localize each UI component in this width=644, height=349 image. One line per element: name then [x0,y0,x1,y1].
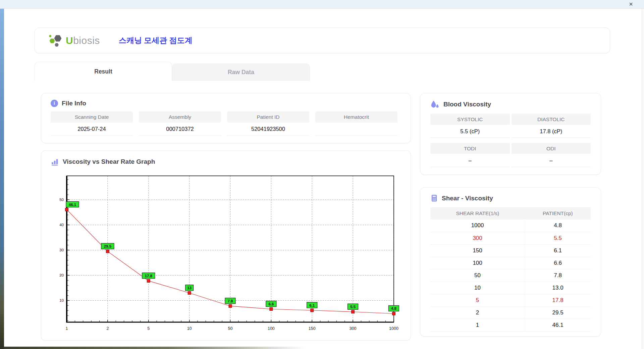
shear-viscosity-header: Shear - Viscosity [430,194,591,202]
brand-letter-u: U [66,35,73,46]
calculator-icon [430,194,438,202]
ubiosis-logo: Ubiosis [48,34,100,48]
shear-table-row: 3005.5 [430,232,591,244]
blood-viscosity-group: SYSTOLICDIASTOLIC5.5 (cP)17.8 (cP) [430,114,591,138]
file-field-scanning-date: Scanning Date2025-07-24 [51,111,133,136]
shear-table-row: 1006.6 [430,257,591,269]
right-column: Blood Viscosity SYSTOLICDIASTOLIC5.5 (cP… [420,93,601,337]
brand-rest: biosis [73,35,100,46]
bv-label-odi: ODI [512,143,591,154]
viscosity-chart-svg: 12510501001503001000102030405046.129.517… [51,172,402,334]
svg-text:1: 1 [66,326,68,331]
graph-title: Viscosity vs Shear Rate Graph [63,158,155,165]
shear-table-header-row: SHEAR RATE(1/s)PATIENT(cp) [430,207,591,219]
blood-viscosity-header: Blood Viscosity [430,100,591,109]
shear-table-row: 507.8 [430,269,591,282]
svg-text:150: 150 [309,326,316,331]
file-info-fields: Scanning Date2025-07-24Assembly000710372… [51,111,401,136]
field-value [315,122,397,136]
shear-viscosity-table: SHEAR RATE(1/s)PATIENT(cp) 10004.83005.5… [430,207,591,332]
graph-header: Viscosity vs Shear Rate Graph [51,157,401,166]
shear-viscosity-title: Shear - Viscosity [442,195,493,202]
svg-text:2: 2 [106,326,109,331]
blood-viscosity-card: Blood Viscosity SYSTOLICDIASTOLIC5.5 (cP… [420,93,601,175]
bv-label-diastolic: DIASTOLIC [512,114,591,125]
screen: × Ubiosis 스캐닝 모세관 점도계 Result Raw Da [0,0,644,349]
window-edge-right [642,9,644,349]
svg-text:17.8: 17.8 [145,274,153,278]
svg-text:6.6: 6.6 [268,302,274,306]
file-field-hematocrit: Hematocrit [315,111,397,136]
blood-viscosity-groups: SYSTOLICDIASTOLIC5.5 (cP)17.8 (cP)TODIOD… [430,114,591,167]
svg-text:100: 100 [268,326,275,331]
file-info-title: File Info [62,100,86,107]
field-label: Hematocrit [315,111,397,122]
shear-rate-cell: 300 [430,232,525,244]
patient-viscosity-cell: 29.5 [525,306,591,319]
patient-viscosity-cell: 7.8 [525,269,591,282]
patient-viscosity-cell: 6.1 [525,244,591,257]
os-titlebar: × [0,0,644,9]
page-title: 스캐닝 모세관 점도계 [119,35,193,46]
bar-chart-icon [51,157,59,166]
info-icon: i [51,100,58,107]
shear-col-shear-rate-1-s: SHEAR RATE(1/s) [430,207,525,219]
svg-text:10: 10 [59,298,64,302]
shear-rate-cell: 10 [430,282,525,294]
shear-table-row: 146.1 [430,319,591,331]
svg-text:50: 50 [228,326,233,331]
tab-raw-data[interactable]: Raw Data [172,63,310,81]
file-info-header: i File Info [51,100,401,107]
svg-text:10: 10 [187,326,192,331]
patient-viscosity-cell: 5.5 [525,232,591,244]
shear-table-row: 517.8 [430,294,591,306]
svg-text:4.8: 4.8 [391,306,397,310]
blood-droplets-icon [430,100,440,109]
svg-text:300: 300 [350,326,357,331]
shear-rate-cell: 5 [430,294,525,306]
field-label: Assembly [139,111,221,122]
blood-viscosity-group: TODIODI–– [430,143,591,167]
shear-table-row: 1013.0 [430,282,591,294]
patient-viscosity-cell: 13.0 [525,282,591,294]
tab-result[interactable]: Result [35,62,172,81]
bv-value-odi: – [512,154,591,167]
shear-rate-cell: 1000 [430,219,525,232]
shear-table-row: 1506.1 [430,244,591,257]
brand-text: Ubiosis [66,35,100,46]
patient-viscosity-cell: 46.1 [525,319,591,331]
svg-text:5: 5 [147,326,150,331]
bv-value-diastolic: 17.8 (cP) [512,125,591,138]
chart-wrap: 12510501001503001000102030405046.129.517… [51,172,401,335]
bv-value-todi: – [430,154,510,167]
shear-viscosity-card: Shear - Viscosity SHEAR RATE(1/s)PATIENT… [420,187,601,337]
left-column: i File Info Scanning Date2025-07-24Assem… [41,93,411,341]
svg-text:1000: 1000 [389,326,398,331]
field-label: Patient ID [227,111,309,122]
patient-viscosity-cell: 6.6 [525,257,591,269]
shear-rate-cell: 150 [430,244,525,257]
app-window: Ubiosis 스캐닝 모세관 점도계 Result Raw Data i Fi… [4,9,642,349]
bv-label-todi: TODI [430,143,510,154]
desktop-wallpaper-edge-left [0,9,4,349]
ubiosis-hexagons-icon [48,34,62,48]
file-field-patient-id: Patient ID52041923500 [227,111,309,136]
svg-text:5.5: 5.5 [350,305,356,309]
result-content: i File Info Scanning Date2025-07-24Assem… [41,93,610,341]
app-header: Ubiosis 스캐닝 모세관 점도계 [35,28,610,53]
close-icon[interactable]: × [627,0,635,9]
shear-col-patient-cp: PATIENT(cp) [525,207,591,219]
svg-text:13: 13 [187,286,192,290]
shear-rate-cell: 1 [430,319,525,331]
shear-rate-cell: 2 [430,306,525,319]
shear-rate-cell: 50 [430,269,525,282]
svg-text:46.1: 46.1 [69,203,76,207]
shear-table-row: 10004.8 [430,219,591,232]
svg-text:6.1: 6.1 [309,303,315,307]
svg-text:50: 50 [59,198,64,202]
svg-text:40: 40 [59,223,64,227]
svg-text:7.8: 7.8 [228,299,233,303]
svg-text:29.5: 29.5 [104,244,112,248]
viscosity-graph-card: Viscosity vs Shear Rate Graph 1251050100… [41,150,411,341]
tab-bar: Result Raw Data [35,62,610,81]
